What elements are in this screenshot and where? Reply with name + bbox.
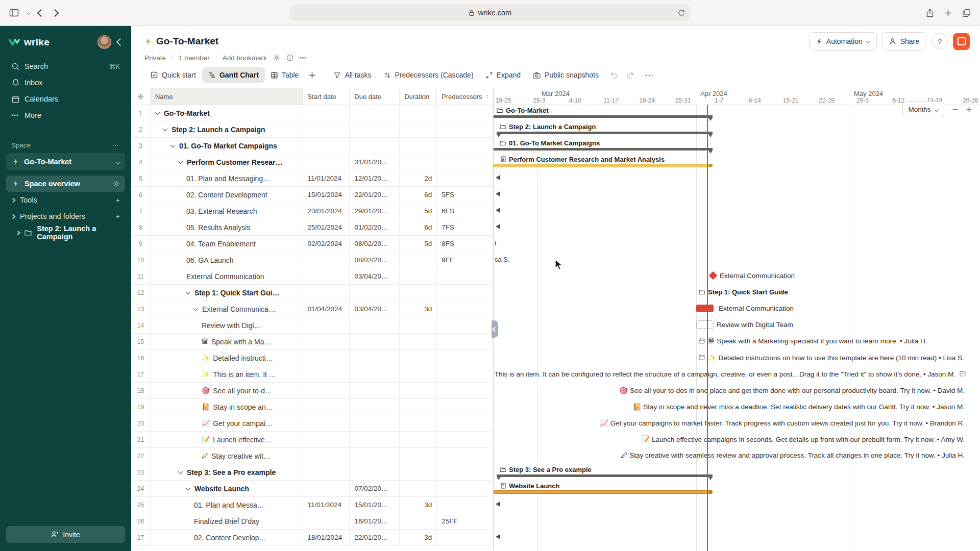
start-date-cell[interactable] xyxy=(303,105,350,121)
undo-icon[interactable] xyxy=(610,71,618,79)
public-snapshots-button[interactable]: Public snapshots xyxy=(533,71,599,79)
due-date-cell[interactable] xyxy=(350,448,400,464)
sidebar-item-tools[interactable]: Tools + xyxy=(6,192,125,208)
new-tab-icon[interactable] xyxy=(944,9,952,17)
duration-cell[interactable]: 5d xyxy=(400,203,437,219)
start-date-cell[interactable] xyxy=(303,464,350,480)
task-name-cell[interactable]: External Communication xyxy=(151,268,303,284)
table-row[interactable]: 23Step 3: See a Pro example xyxy=(131,464,493,481)
duration-cell[interactable] xyxy=(400,252,437,268)
duration-cell[interactable] xyxy=(400,432,437,447)
gantt-summary-bar[interactable] xyxy=(497,474,713,477)
zoom-out-button[interactable]: − xyxy=(952,105,958,114)
sidebar-item-search[interactable]: Search ⌘K xyxy=(6,58,125,74)
start-date-cell[interactable]: 18/01/2024 xyxy=(303,530,350,545)
start-date-cell[interactable] xyxy=(303,481,350,496)
due-date-cell[interactable] xyxy=(350,138,400,154)
offscreen-left-arrow[interactable] xyxy=(496,175,500,180)
table-row[interactable]: 12Step 1: Quick Start Gui… xyxy=(131,285,493,301)
add-view-button[interactable] xyxy=(309,72,315,79)
duration-cell[interactable]: 3d xyxy=(400,530,437,545)
duration-cell[interactable] xyxy=(400,399,437,415)
predecessors-cell[interactable] xyxy=(437,432,493,447)
table-row[interactable]: 18🎯See all your to-d… xyxy=(131,383,493,399)
predecessors-cell[interactable]: 9FF xyxy=(437,252,493,268)
start-date-cell[interactable]: 15/01/2024 xyxy=(303,187,350,203)
info-icon[interactable] xyxy=(286,54,293,61)
column-header-start-date[interactable]: Start date xyxy=(303,88,350,105)
gantt-summary-bar[interactable] xyxy=(494,115,713,118)
task-name-cell[interactable]: External Communica… xyxy=(151,301,303,317)
duration-cell[interactable] xyxy=(400,268,437,284)
table-row[interactable]: 703. External Research23/01/202429/01/20… xyxy=(131,203,493,219)
offscreen-left-arrow[interactable] xyxy=(496,502,500,507)
column-header-due-date[interactable]: Due date xyxy=(350,88,400,105)
due-date-cell[interactable] xyxy=(350,415,400,431)
duration-cell[interactable]: 3d xyxy=(400,301,437,317)
table-row[interactable]: 805. Results Analysis25/01/202401/02/20…… xyxy=(131,219,493,236)
predecessors-cell[interactable] xyxy=(437,170,493,186)
members-label[interactable]: 1 member xyxy=(179,54,210,62)
predecessors-cell[interactable]: 7FS xyxy=(437,219,493,235)
duration-cell[interactable] xyxy=(400,350,437,366)
table-row[interactable]: 2702. Content Develop…18/01/202422/01/20… xyxy=(131,530,493,546)
sort-button[interactable]: Predecessors (Cascade) xyxy=(384,71,474,79)
duration-cell[interactable] xyxy=(400,317,437,333)
space-selector[interactable]: Go-To-Market xyxy=(6,153,125,170)
reload-icon[interactable] xyxy=(678,9,685,16)
table-row[interactable]: 904. Team Enablement02/02/202408/02/20…5… xyxy=(131,236,493,252)
due-date-cell[interactable] xyxy=(350,285,400,300)
predecessors-cell[interactable] xyxy=(437,415,493,431)
duration-cell[interactable] xyxy=(400,334,437,349)
start-date-cell[interactable] xyxy=(303,154,350,170)
chevron-down-icon[interactable] xyxy=(193,306,199,311)
task-name-cell[interactable]: 05. Results Analysis xyxy=(151,219,303,235)
address-bar[interactable]: wrike.com xyxy=(290,5,690,21)
predecessors-cell[interactable] xyxy=(437,138,493,154)
due-date-cell[interactable]: 03/04/20… xyxy=(350,268,400,284)
due-date-cell[interactable] xyxy=(350,334,400,349)
predecessors-cell[interactable] xyxy=(437,383,493,398)
sidebar-item-more[interactable]: ⋯ More xyxy=(6,107,125,123)
calendar-icon[interactable] xyxy=(699,354,705,360)
add-bookmark-link[interactable]: Add bookmark xyxy=(223,54,267,62)
table-row[interactable]: 11External Communication03/04/20… xyxy=(131,268,493,285)
gantt-task-bar[interactable] xyxy=(696,305,714,312)
task-name-cell[interactable]: 06. GA Launch xyxy=(151,252,303,268)
add-tools-icon[interactable]: + xyxy=(116,196,120,204)
table-row[interactable]: 501. Plan and Messaging…11/01/202412/01/… xyxy=(131,170,493,187)
predecessors-cell[interactable] xyxy=(437,285,493,300)
due-date-cell[interactable]: 08/02/20… xyxy=(350,252,400,268)
predecessors-cell[interactable] xyxy=(437,317,493,333)
due-date-cell[interactable] xyxy=(350,464,400,480)
duration-cell[interactable] xyxy=(400,285,437,300)
chevron-down-icon[interactable] xyxy=(163,126,168,131)
gantt-task-bar[interactable] xyxy=(494,490,713,494)
table-row[interactable]: 14Review with Digi… xyxy=(131,317,493,334)
gear-icon[interactable] xyxy=(113,180,120,187)
due-date-cell[interactable] xyxy=(350,399,400,415)
zoom-in-button[interactable]: + xyxy=(966,105,972,114)
predecessors-cell[interactable]: 6FS xyxy=(437,203,493,219)
due-date-cell[interactable] xyxy=(350,350,400,366)
task-name-cell[interactable]: 📝Launch effective… xyxy=(151,432,303,447)
predecessors-cell[interactable] xyxy=(437,530,493,545)
due-date-cell[interactable] xyxy=(350,383,400,398)
invite-button[interactable]: Invite xyxy=(6,526,125,543)
predecessors-cell[interactable] xyxy=(437,105,493,121)
calendar-icon[interactable] xyxy=(960,370,966,377)
task-name-cell[interactable]: 01. Go-To Market Campaigns xyxy=(151,138,303,154)
tab-gantt-chart[interactable]: Gantt Chart xyxy=(202,67,265,83)
task-name-cell[interactable]: Step 2: Launch a Campaign xyxy=(151,121,303,137)
table-row[interactable]: 1006. GA Launch08/02/20…9FF xyxy=(131,252,493,268)
offscreen-left-arrow[interactable] xyxy=(496,191,500,196)
sidebar-item-calendars[interactable]: Calendars xyxy=(6,91,125,107)
start-date-cell[interactable]: 11/01/2024 xyxy=(303,497,350,513)
duration-cell[interactable] xyxy=(400,121,437,137)
task-name-cell[interactable]: 📔Stay in scope an… xyxy=(151,399,303,415)
chevron-down-icon[interactable] xyxy=(155,110,160,115)
task-name-cell[interactable]: Go-To-Market xyxy=(151,105,303,121)
sidebar-item-step2-folder[interactable]: Step 2: Launch a Campaign xyxy=(6,224,125,241)
duration-cell[interactable] xyxy=(400,513,437,529)
start-date-cell[interactable] xyxy=(303,399,350,415)
